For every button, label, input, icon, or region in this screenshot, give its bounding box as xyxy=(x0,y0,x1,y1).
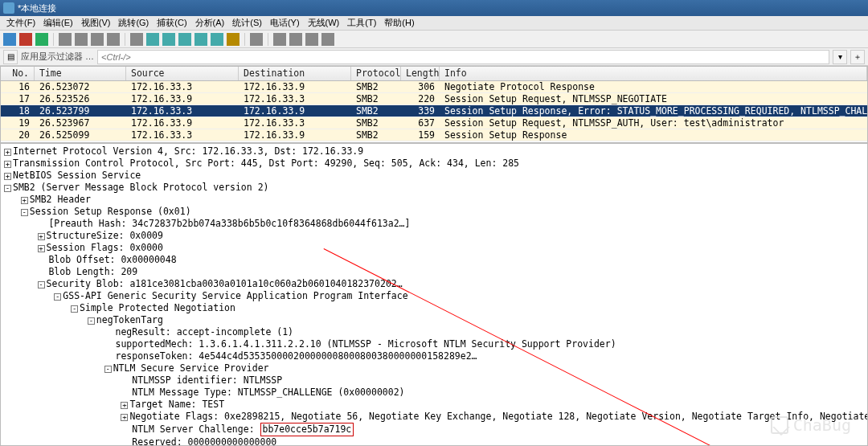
zoom-reset-icon[interactable] xyxy=(305,33,318,46)
stop-capture-icon[interactable] xyxy=(19,33,32,46)
collapse-icon[interactable]: - xyxy=(54,293,61,301)
collapse-icon[interactable]: - xyxy=(71,305,78,313)
cell-src: 172.16.33.3 xyxy=(126,81,239,92)
packet-row[interactable]: 1826.523799172.16.33.3172.16.33.9SMB2339… xyxy=(1,105,867,117)
col-time[interactable]: Time xyxy=(35,67,126,80)
packet-row[interactable]: 1926.523967172.16.33.9172.16.33.3SMB2637… xyxy=(1,117,867,129)
expand-icon[interactable]: + xyxy=(121,414,128,421)
cell-no: 16 xyxy=(1,81,35,92)
packet-list-header: No. Time Source Destination Protocol Len… xyxy=(1,67,867,81)
menu-help[interactable]: 帮助(H) xyxy=(381,17,417,29)
start-capture-icon[interactable] xyxy=(3,33,16,46)
menu-edit[interactable]: 编辑(E) xyxy=(40,17,76,29)
smb2-header[interactable]: SMB2 Header xyxy=(30,194,91,205)
security-blob[interactable]: Security Blob: a181ce3081cba0030a0101a10… xyxy=(47,278,403,289)
cell-src: 172.16.33.3 xyxy=(126,105,239,117)
zoom-out-icon[interactable] xyxy=(289,33,302,46)
col-dst[interactable]: Destination xyxy=(239,67,351,80)
display-filter-bar: ▤ 应用显示过滤器 … ▾ ＋ xyxy=(0,48,868,66)
cell-no: 18 xyxy=(1,105,35,117)
collapse-icon[interactable]: - xyxy=(4,185,11,192)
next-icon[interactable] xyxy=(162,33,175,46)
menu-stats[interactable]: 统计(S) xyxy=(229,17,265,29)
window-titlebar: *本地连接 xyxy=(0,0,868,16)
packet-row[interactable]: 1726.523526172.16.33.9172.16.33.3SMB2220… xyxy=(1,93,867,105)
expand-icon[interactable]: + xyxy=(38,245,45,252)
open-file-icon[interactable] xyxy=(59,33,72,46)
menu-tools[interactable]: 工具(T) xyxy=(344,17,379,29)
last-icon[interactable] xyxy=(211,33,223,46)
packet-details-pane: +Internet Protocol Version 4, Src: 172.1… xyxy=(0,143,868,446)
filter-expr-icon[interactable]: ▾ xyxy=(833,50,847,64)
find-icon[interactable] xyxy=(130,33,143,46)
col-no[interactable]: No. xyxy=(1,67,35,80)
expand-icon[interactable]: + xyxy=(21,197,28,204)
session-flags[interactable]: Session Flags: 0x0000 xyxy=(47,242,163,253)
expand-icon[interactable]: + xyxy=(121,402,128,409)
cell-no: 19 xyxy=(1,117,35,129)
col-len[interactable]: Length xyxy=(401,67,440,80)
cell-len: 220 xyxy=(401,93,440,104)
cell-len: 637 xyxy=(401,117,440,129)
restart-capture-icon[interactable] xyxy=(35,33,48,46)
prev-icon[interactable] xyxy=(146,33,159,46)
cell-proto: SMB2 xyxy=(351,81,401,92)
ip-summary[interactable]: Internet Protocol Version 4, Src: 172.16… xyxy=(13,145,363,157)
session-setup-resp[interactable]: Session Setup Response (0x01) xyxy=(30,206,191,217)
tcp-summary[interactable]: Transmission Control Protocol, Src Port:… xyxy=(13,158,519,169)
menu-file[interactable]: 文件(F) xyxy=(3,17,39,29)
target-name[interactable]: Target Name: TEST xyxy=(129,399,224,410)
expand-icon[interactable]: + xyxy=(38,233,45,240)
ntlm-ssp[interactable]: NTLM Secure Service Provider xyxy=(113,362,269,374)
supported-mech: supportedMech: 1.3.6.1.4.1.311.2.2.10 (N… xyxy=(115,338,616,350)
colorize-icon[interactable] xyxy=(250,33,263,46)
collapse-icon[interactable]: - xyxy=(88,317,95,325)
collapse-icon[interactable]: - xyxy=(21,209,28,216)
menu-tel[interactable]: 电话(Y) xyxy=(267,17,303,29)
preauth-hash: [Preauth Hash: 34c72837b2bb074a338b6b5b0… xyxy=(48,218,410,229)
gss-api[interactable]: GSS-API Generic Security Service Applica… xyxy=(63,290,407,301)
menu-analyze[interactable]: 分析(A) xyxy=(192,17,228,29)
first-icon[interactable] xyxy=(194,33,207,46)
cell-no: 17 xyxy=(1,93,35,104)
zoom-in-icon[interactable] xyxy=(273,33,286,46)
expand-icon[interactable]: + xyxy=(4,173,11,180)
close-file-icon[interactable] xyxy=(91,33,104,46)
menu-wireless[interactable]: 无线(W) xyxy=(305,17,343,29)
autoscroll-icon[interactable] xyxy=(227,33,240,46)
collapse-icon[interactable]: - xyxy=(104,366,112,373)
negtokentarg[interactable]: negTokenTarg xyxy=(96,314,163,325)
expand-icon[interactable]: + xyxy=(4,149,11,156)
menu-capture[interactable]: 捕获(C) xyxy=(154,17,190,29)
packet-row[interactable]: 2026.525099172.16.33.3172.16.33.9SMB2159… xyxy=(1,129,867,141)
packet-row[interactable]: 1626.523072172.16.33.3172.16.33.9SMB2306… xyxy=(1,81,867,93)
structure-size[interactable]: StructureSize: 0x0009 xyxy=(47,230,163,241)
cell-len: 306 xyxy=(401,81,440,92)
col-info[interactable]: Info xyxy=(440,67,867,80)
negotiate-flags[interactable]: Negotiate Flags: 0xe2898215, Negotiate 5… xyxy=(129,411,868,422)
cell-src: 172.16.33.3 xyxy=(126,129,239,141)
reload-icon[interactable] xyxy=(107,33,120,46)
nbss-summary[interactable]: NetBIOS Session Service xyxy=(13,170,141,181)
cell-len: 159 xyxy=(401,129,440,141)
cell-dst: 172.16.33.9 xyxy=(239,105,351,117)
cell-info: Negotiate Protocol Response xyxy=(440,81,867,92)
smb2-summary[interactable]: SMB2 (Server Message Block Protocol vers… xyxy=(13,182,269,193)
save-file-icon[interactable] xyxy=(75,33,88,46)
cell-dst: 172.16.33.3 xyxy=(239,117,351,129)
expand-icon[interactable]: + xyxy=(4,161,11,168)
cell-info: Session Setup Request, NTLMSSP_NEGOTIATE xyxy=(440,93,867,104)
spnego[interactable]: Simple Protected Negotiation xyxy=(80,302,235,313)
col-proto[interactable]: Protocol xyxy=(351,67,401,80)
menu-go[interactable]: 跳转(G) xyxy=(115,17,152,29)
menu-view[interactable]: 视图(V) xyxy=(78,17,114,29)
resize-cols-icon[interactable] xyxy=(321,33,334,46)
filter-plus-icon[interactable]: ＋ xyxy=(850,50,865,64)
goto-icon[interactable] xyxy=(178,33,191,46)
display-filter-input[interactable] xyxy=(97,50,829,64)
col-src[interactable]: Source xyxy=(126,67,239,80)
app-icon xyxy=(3,2,14,14)
cell-info: Session Setup Response, Error: STATUS_MO… xyxy=(440,105,867,117)
collapse-icon[interactable]: - xyxy=(38,281,45,288)
filter-bookmark-icon[interactable]: ▤ xyxy=(3,50,18,64)
